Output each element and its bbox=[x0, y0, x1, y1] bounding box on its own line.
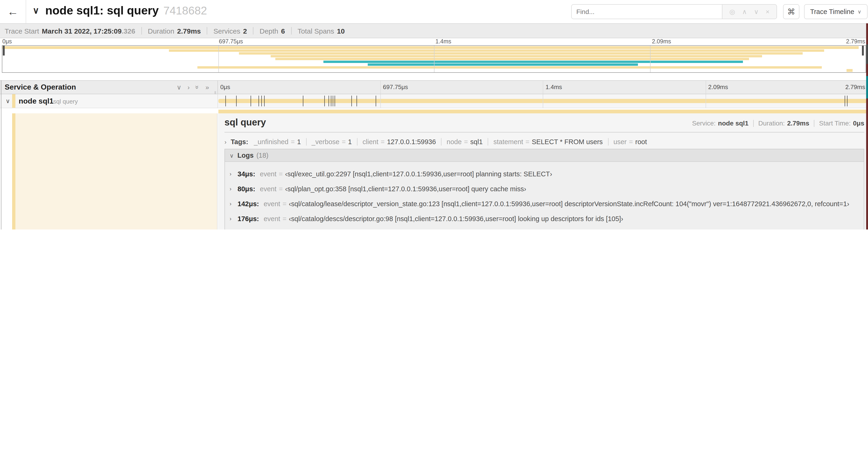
trace-name: node sql1: sql query bbox=[45, 4, 159, 17]
service-label: Service: bbox=[692, 120, 716, 127]
detail-left-column bbox=[0, 113, 217, 230]
trace-collapse-icon[interactable]: ∨ bbox=[33, 5, 39, 16]
minimap-tick-label: 1.4ms bbox=[433, 38, 451, 45]
log-marker-tick bbox=[357, 96, 357, 106]
timeline-minimap[interactable] bbox=[2, 45, 866, 73]
ruler-gridline bbox=[705, 81, 706, 94]
span-duration-bar[interactable] bbox=[218, 99, 867, 103]
view-selector-label: Trace Timeline bbox=[810, 8, 854, 15]
minimap-span-bar bbox=[323, 61, 743, 63]
tags-accordion[interactable]: › Tags: _unfinished=1_verbose=1client=12… bbox=[224, 136, 864, 148]
find-controls: ◎ ∧ ∨ × bbox=[722, 4, 777, 19]
log-timestamp: 142μs: bbox=[238, 200, 259, 207]
log-marker-tick bbox=[236, 96, 237, 106]
collapse-one-icon[interactable]: ∨ bbox=[177, 84, 182, 91]
summary-item-label: Duration bbox=[148, 27, 174, 35]
log-marker-tick bbox=[351, 96, 352, 106]
tag-key: _unfinished bbox=[254, 138, 288, 145]
log-field-value: ‹sql/exec_util.go:2297 [nsql1,client=127… bbox=[285, 170, 552, 178]
scrollbar-thumb[interactable] bbox=[866, 44, 868, 64]
log-row[interactable]: ›34μs:event=‹sql/exec_util.go:2297 [nsql… bbox=[229, 167, 864, 182]
start-time-value: 0μs bbox=[853, 120, 864, 127]
back-button[interactable]: ← bbox=[0, 0, 26, 23]
expanded-row-background bbox=[16, 113, 217, 230]
timeline-ruler: 0μs697.75μs1.4ms2.09ms2.79ms bbox=[217, 81, 868, 94]
span-detail-panel: sql query Service:node sql1 Duration:2.7… bbox=[218, 113, 868, 230]
expand-one-icon[interactable]: › bbox=[187, 84, 189, 91]
minimap-tick-label: 0μs bbox=[0, 38, 12, 45]
equals-sign: = bbox=[525, 138, 529, 145]
ruler-tick-label: 2.09ms bbox=[705, 81, 728, 94]
back-arrow-icon: ← bbox=[7, 5, 19, 18]
service-value: node sql1 bbox=[718, 120, 748, 127]
minimap-span-bar bbox=[368, 63, 638, 66]
log-row[interactable]: ›176μs:event=‹sql/catalog/descs/descript… bbox=[229, 211, 864, 226]
span-service-name: node sql1 bbox=[19, 94, 54, 108]
tag-item: statement=SELECT * FROM users bbox=[494, 138, 603, 145]
log-marker-tick bbox=[845, 96, 845, 106]
divider bbox=[253, 27, 254, 35]
equals-sign: = bbox=[464, 138, 468, 145]
duration-value: 2.79ms bbox=[787, 120, 809, 127]
next-result-icon[interactable]: ∨ bbox=[754, 8, 759, 15]
view-selector-button[interactable]: Trace Timeline ∨ bbox=[804, 4, 867, 19]
left-edge-border bbox=[1, 80, 1, 230]
tag-item: _verbose=1 bbox=[311, 138, 352, 145]
log-row[interactable]: ›142μs:event=‹sql/catalog/lease/descript… bbox=[229, 196, 864, 211]
ruler-gridline bbox=[543, 81, 543, 94]
span-collapse-icon[interactable]: ∨ bbox=[6, 94, 10, 108]
logs-label: Logs bbox=[238, 152, 254, 159]
summary-item-value: 2.79ms bbox=[177, 27, 201, 35]
minimap-span-bar bbox=[239, 52, 803, 54]
clear-search-icon[interactable]: × bbox=[766, 8, 770, 15]
divider bbox=[608, 138, 608, 145]
log-marker-tick bbox=[333, 96, 334, 106]
log-marker-tick bbox=[847, 96, 847, 106]
column-divider bbox=[217, 94, 218, 108]
log-row[interactable]: ›189μs:event=‹sql/catalog/lease/descript… bbox=[229, 226, 864, 230]
collapse-all-icon[interactable]: » bbox=[194, 85, 202, 89]
minimap-tick-label: 2.09ms bbox=[650, 38, 671, 45]
divider bbox=[142, 27, 142, 35]
span-detail-meta: Service:node sql1 Duration:2.79ms Start … bbox=[692, 120, 864, 127]
ruler-gridline bbox=[380, 81, 380, 94]
tag-item: user=root bbox=[614, 138, 647, 145]
prev-result-icon[interactable]: ∧ bbox=[742, 8, 747, 15]
service-color-strip bbox=[12, 113, 16, 230]
log-field-key: event bbox=[264, 215, 280, 223]
log-marker-tick bbox=[324, 96, 325, 106]
summary-item-value: 6 bbox=[281, 27, 285, 35]
minimap-span-bar bbox=[2, 46, 859, 49]
minimap-tick-label: 697.75μs bbox=[217, 38, 243, 45]
minimap-tick-label: 2.79ms bbox=[846, 38, 865, 45]
log-row[interactable]: ›80μs:event=‹sql/plan_opt.go:358 [nsql1,… bbox=[229, 182, 864, 196]
locate-icon[interactable]: ◎ bbox=[730, 8, 735, 15]
logs-header[interactable]: ∨Logs(18) bbox=[225, 149, 864, 162]
minimap-left-drag-handle[interactable] bbox=[3, 46, 5, 55]
log-marker-tick bbox=[225, 96, 226, 106]
summary-item-suffix: .326 bbox=[122, 27, 135, 35]
summary-item-label: Trace Start bbox=[5, 27, 39, 35]
command-icon: ⌘ bbox=[787, 7, 795, 17]
divider bbox=[753, 120, 754, 127]
keyboard-shortcuts-button[interactable]: ⌘ bbox=[783, 4, 799, 19]
chevron-right-icon: › bbox=[229, 216, 238, 222]
log-field-key: event bbox=[260, 185, 277, 193]
tag-value: 1 bbox=[297, 138, 301, 145]
equals-sign: = bbox=[279, 170, 283, 178]
find-input[interactable] bbox=[571, 4, 722, 19]
span-detail-title: sql query bbox=[224, 117, 266, 128]
log-field-value: ‹sql/plan_opt.go:358 [nsql1,client=127.0… bbox=[285, 185, 526, 193]
span-timeline[interactable] bbox=[217, 94, 868, 108]
timeline-gridline bbox=[705, 94, 706, 108]
log-marker-tick bbox=[335, 96, 335, 106]
minimap-right-drag-handle[interactable] bbox=[862, 46, 864, 55]
equals-sign: = bbox=[342, 138, 346, 145]
log-timestamp: 80μs: bbox=[238, 185, 255, 193]
log-timestamp: 176μs: bbox=[238, 215, 259, 223]
expand-all-icon[interactable]: » bbox=[205, 84, 209, 91]
tag-value: 127.0.0.1:59936 bbox=[387, 138, 436, 145]
span-operation-name: sql query bbox=[53, 95, 78, 109]
span-row[interactable]: ∨ node sql1 sql query bbox=[0, 94, 868, 108]
divider bbox=[441, 138, 441, 145]
